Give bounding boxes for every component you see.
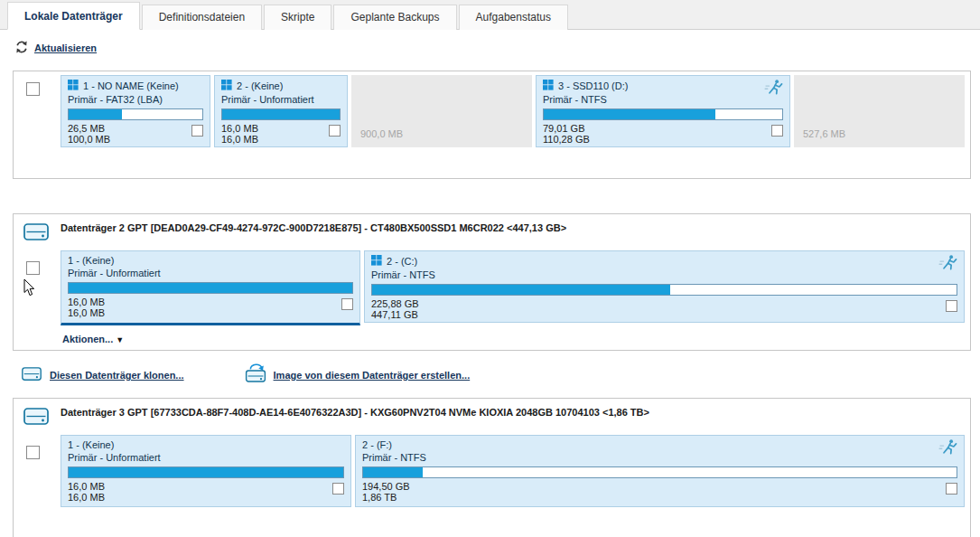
refresh-link[interactable]: Aktualisieren (34, 42, 97, 53)
used-size: 225,88 GB (371, 298, 419, 309)
partition-type: Primär - NTFS (362, 452, 957, 463)
used-size: 16,0 MB (68, 481, 105, 492)
disk-icon (22, 420, 51, 431)
partition-title: 2 - (Keine) (237, 80, 283, 91)
disk3-panel: Datenträger 3 GPT [67733CDA-88F7-408D-AE… (13, 398, 971, 537)
clone-disk-icon (20, 364, 43, 386)
partition-title: 2 - (F:) (362, 439, 392, 450)
unallocated-size: 900,0 MB (360, 128, 403, 139)
usage-bar (68, 466, 344, 478)
disk1-partitions: 1 - NO NAME (Keine) Primär - FAT32 (LBA)… (61, 71, 970, 178)
usage-bar-fill (222, 109, 340, 119)
total-size: 1,86 TB (362, 492, 410, 503)
total-size: 110,28 GB (543, 134, 590, 145)
disk3-checkbox[interactable] (26, 446, 40, 459)
toolbar: Aktualisieren (0, 30, 980, 63)
partition-type: Primär - Unformatiert (221, 94, 341, 105)
create-image-icon (244, 363, 267, 387)
partition-title: 3 - SSD110 (D:) (558, 80, 628, 91)
partition-type: Primär - Unformatiert (68, 268, 353, 278)
windows-icon (543, 80, 554, 92)
disk-action-links: Diesen Datenträger klonen... Image von d… (20, 363, 980, 387)
usage-bar (362, 466, 957, 478)
tab-definitionsdateien[interactable]: Definitionsdateien (142, 5, 262, 30)
unallocated-size: 527,6 MB (803, 128, 845, 139)
usage-bar-fill (544, 109, 715, 119)
windows-icon (68, 80, 79, 92)
usage-bar (543, 108, 783, 120)
running-man-icon (938, 438, 958, 457)
tab-geplante-backups[interactable]: Geplante Backups (333, 5, 456, 30)
tab-bar: Lokale Datenträger Definitionsdateien Sk… (0, 0, 980, 30)
disk-icon (22, 236, 51, 247)
disk2-checkbox[interactable] (26, 261, 40, 275)
disk2-title: Datenträger 2 GPT [DEAD0A29-CF49-4274-97… (61, 214, 970, 247)
disk1-panel: 1 - NO NAME (Keine) Primär - FAT32 (LBA)… (13, 71, 971, 179)
chevron-down-icon: ▼ (116, 335, 124, 344)
usage-bar-fill (69, 109, 122, 119)
create-image-link[interactable]: Image von diesem Datenträger erstellen..… (244, 363, 471, 387)
partition-title: 2 - (C:) (387, 256, 417, 267)
partition-checkbox[interactable] (191, 125, 203, 137)
total-size: 16,0 MB (68, 492, 105, 503)
usage-bar (68, 282, 353, 294)
partition-checkbox[interactable] (771, 125, 783, 137)
usage-bar (371, 284, 957, 296)
usage-bar (221, 108, 341, 120)
usage-bar-fill (69, 467, 343, 477)
disk3-partition-1[interactable]: 1 - (Keine) Primär - Unformatiert 16,0 M… (61, 435, 351, 507)
disk1-partition-1[interactable]: 1 - NO NAME (Keine) Primär - FAT32 (LBA)… (61, 75, 210, 147)
tab-skripte[interactable]: Skripte (264, 5, 331, 30)
partition-title: 1 - NO NAME (Keine) (83, 80, 179, 91)
refresh-icon[interactable] (14, 40, 29, 56)
used-size: 16,0 MB (68, 297, 105, 307)
total-size: 16,0 MB (68, 307, 105, 318)
used-size: 26,5 MB (68, 123, 110, 134)
partition-title: 1 - (Keine) (68, 255, 114, 266)
used-size: 16,0 MB (221, 123, 258, 134)
disk1-partition-3[interactable]: 3 - SSD110 (D:) Primär - NTFS 79,01 GB 1… (536, 75, 790, 147)
actions-dropdown[interactable]: Aktionen... ▼ (62, 334, 124, 344)
disk2-partitions: 1 - (Keine) Primär - Unformatiert 16,0 M… (61, 247, 970, 331)
usage-bar-fill (69, 283, 352, 293)
partition-checkbox[interactable] (946, 300, 957, 312)
disk2-panel: Datenträger 2 GPT [DEAD0A29-CF49-4274-97… (13, 213, 971, 351)
used-size: 79,01 GB (543, 123, 590, 134)
partition-type: Primär - NTFS (371, 269, 957, 280)
usage-bar (68, 108, 203, 120)
tab-aufgabenstatus[interactable]: Aufgabenstatus (459, 5, 568, 30)
disk2-partition-1[interactable]: 1 - (Keine) Primär - Unformatiert 16,0 M… (61, 250, 360, 325)
disk1-checkbox[interactable] (26, 82, 40, 96)
disk3-partition-2[interactable]: 2 - (F:) Primär - NTFS 194,50 GB 1,86 TB (355, 435, 965, 507)
windows-icon (221, 80, 232, 92)
disk1-unallocated-2[interactable]: 527,6 MB (794, 75, 965, 147)
total-size: 447,11 GB (371, 309, 419, 320)
disk1-unallocated-1[interactable]: 900,0 MB (351, 75, 532, 147)
usage-bar-fill (372, 285, 670, 295)
total-size: 16,0 MB (221, 134, 258, 145)
usage-bar-fill (363, 467, 423, 477)
partition-checkbox[interactable] (332, 483, 344, 495)
partition-type: Primär - Unformatiert (68, 452, 344, 463)
partition-title: 1 - (Keine) (68, 439, 114, 450)
partition-checkbox[interactable] (329, 125, 341, 137)
partition-type: Primär - NTFS (543, 94, 783, 105)
running-man-icon (938, 254, 958, 272)
partition-checkbox[interactable] (946, 483, 957, 495)
used-size: 194,50 GB (362, 481, 410, 492)
disk3-title: Datenträger 3 GPT [67733CDA-88F7-408D-AE… (61, 399, 970, 431)
disk3-partitions: 1 - (Keine) Primär - Unformatiert 16,0 M… (61, 431, 970, 513)
windows-icon (371, 255, 382, 268)
total-size: 100,0 MB (68, 134, 110, 145)
tab-lokale-datentraeger[interactable]: Lokale Datenträger (7, 2, 140, 30)
clone-disk-link[interactable]: Diesen Datenträger klonen... (20, 364, 184, 386)
partition-type: Primär - FAT32 (LBA) (68, 94, 203, 105)
disk2-partition-2[interactable]: 2 - (C:) Primär - NTFS 225,88 GB 447,11 … (364, 250, 965, 323)
disk1-partition-2[interactable]: 2 - (Keine) Primär - Unformatiert 16,0 M… (214, 75, 348, 147)
partition-checkbox[interactable] (341, 298, 353, 310)
running-man-icon (764, 79, 784, 97)
